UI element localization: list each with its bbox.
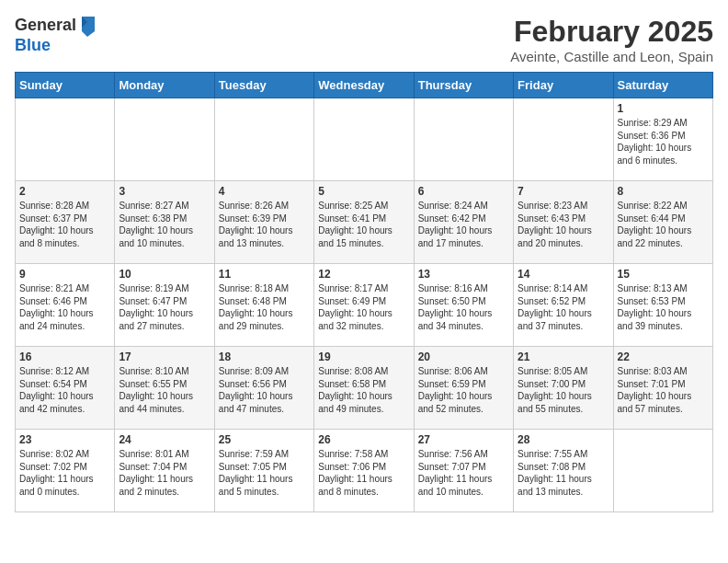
weekday-header-cell: Monday	[115, 73, 214, 98]
day-number: 21	[518, 350, 609, 363]
weekday-header-cell: Friday	[514, 73, 613, 98]
day-number: 9	[19, 268, 110, 281]
logo-general-text: General	[15, 17, 76, 35]
day-number: 1	[618, 102, 709, 115]
day-number: 12	[318, 268, 409, 281]
day-info: Sunrise: 8:27 AM Sunset: 6:38 PM Dayligh…	[119, 200, 210, 249]
day-info: Sunrise: 8:28 AM Sunset: 6:37 PM Dayligh…	[19, 200, 110, 249]
calendar-day-cell	[514, 98, 613, 181]
logo-blue-text: Blue	[15, 37, 97, 55]
day-info: Sunrise: 8:18 AM Sunset: 6:48 PM Dayligh…	[219, 282, 310, 332]
day-info: Sunrise: 8:24 AM Sunset: 6:42 PM Dayligh…	[418, 200, 509, 249]
calendar-day-cell: 18Sunrise: 8:09 AM Sunset: 6:56 PM Dayli…	[214, 347, 313, 430]
day-number: 17	[119, 350, 210, 363]
calendar-table: SundayMondayTuesdayWednesdayThursdayFrid…	[15, 72, 713, 512]
day-info: Sunrise: 8:19 AM Sunset: 6:47 PM Dayligh…	[119, 282, 210, 332]
day-number: 16	[19, 350, 110, 363]
day-number: 15	[618, 268, 709, 281]
calendar-day-cell	[414, 98, 513, 181]
day-info: Sunrise: 8:29 AM Sunset: 6:36 PM Dayligh…	[618, 117, 709, 167]
day-info: Sunrise: 7:59 AM Sunset: 7:05 PM Dayligh…	[219, 448, 310, 498]
calendar-day-cell	[16, 98, 115, 181]
calendar-day-cell: 3Sunrise: 8:27 AM Sunset: 6:38 PM Daylig…	[115, 181, 214, 264]
day-number: 14	[518, 268, 609, 281]
weekday-header-cell: Wednesday	[314, 73, 414, 98]
day-number: 24	[119, 433, 210, 446]
subtitle: Aveinte, Castille and Leon, Spain	[510, 49, 713, 64]
day-number: 19	[318, 350, 409, 363]
day-info: Sunrise: 8:09 AM Sunset: 6:56 PM Dayligh…	[219, 365, 310, 415]
day-info: Sunrise: 8:23 AM Sunset: 6:43 PM Dayligh…	[518, 200, 609, 249]
calendar-day-cell: 21Sunrise: 8:05 AM Sunset: 7:00 PM Dayli…	[514, 347, 613, 430]
calendar-day-cell: 26Sunrise: 7:58 AM Sunset: 7:06 PM Dayli…	[314, 430, 414, 512]
day-number: 3	[119, 185, 210, 198]
calendar-day-cell: 12Sunrise: 8:17 AM Sunset: 6:49 PM Dayli…	[314, 264, 414, 347]
day-info: Sunrise: 7:55 AM Sunset: 7:08 PM Dayligh…	[518, 448, 609, 498]
calendar-day-cell: 14Sunrise: 8:14 AM Sunset: 6:52 PM Dayli…	[514, 264, 613, 347]
day-info: Sunrise: 8:10 AM Sunset: 6:55 PM Dayligh…	[119, 365, 210, 415]
calendar-day-cell	[314, 98, 414, 181]
day-info: Sunrise: 8:14 AM Sunset: 6:52 PM Dayligh…	[518, 282, 609, 332]
calendar-day-cell	[214, 98, 313, 181]
day-info: Sunrise: 8:21 AM Sunset: 6:46 PM Dayligh…	[19, 282, 110, 332]
weekday-header-cell: Saturday	[613, 73, 712, 98]
main-title: February 2025	[510, 15, 713, 49]
calendar-week-row: 23Sunrise: 8:02 AM Sunset: 7:02 PM Dayli…	[16, 430, 713, 512]
calendar-day-cell: 28Sunrise: 7:55 AM Sunset: 7:08 PM Dayli…	[514, 430, 613, 512]
weekday-header-cell: Thursday	[414, 73, 513, 98]
calendar-day-cell: 8Sunrise: 8:22 AM Sunset: 6:44 PM Daylig…	[613, 181, 712, 264]
day-number: 4	[219, 185, 310, 198]
day-number: 18	[219, 350, 310, 363]
calendar-day-cell: 10Sunrise: 8:19 AM Sunset: 6:47 PM Dayli…	[115, 264, 214, 347]
logo-icon	[78, 15, 97, 37]
calendar-day-cell: 6Sunrise: 8:24 AM Sunset: 6:42 PM Daylig…	[414, 181, 513, 264]
calendar-day-cell: 22Sunrise: 8:03 AM Sunset: 7:01 PM Dayli…	[613, 347, 712, 430]
calendar-week-row: 1Sunrise: 8:29 AM Sunset: 6:36 PM Daylig…	[16, 98, 713, 181]
day-number: 11	[219, 268, 310, 281]
calendar-day-cell: 27Sunrise: 7:56 AM Sunset: 7:07 PM Dayli…	[414, 430, 513, 512]
day-number: 28	[518, 433, 609, 446]
calendar-body: 1Sunrise: 8:29 AM Sunset: 6:36 PM Daylig…	[16, 98, 713, 512]
day-info: Sunrise: 8:02 AM Sunset: 7:02 PM Dayligh…	[19, 448, 110, 498]
calendar-day-cell	[115, 98, 214, 181]
day-info: Sunrise: 8:12 AM Sunset: 6:54 PM Dayligh…	[19, 365, 110, 415]
day-number: 20	[418, 350, 509, 363]
calendar-day-cell: 7Sunrise: 8:23 AM Sunset: 6:43 PM Daylig…	[514, 181, 613, 264]
calendar-day-cell: 2Sunrise: 8:28 AM Sunset: 6:37 PM Daylig…	[16, 181, 115, 264]
calendar-day-cell	[613, 430, 712, 512]
day-number: 10	[119, 268, 210, 281]
calendar-day-cell: 25Sunrise: 7:59 AM Sunset: 7:05 PM Dayli…	[214, 430, 313, 512]
calendar-week-row: 2Sunrise: 8:28 AM Sunset: 6:37 PM Daylig…	[16, 181, 713, 264]
calendar-day-cell: 15Sunrise: 8:13 AM Sunset: 6:53 PM Dayli…	[613, 264, 712, 347]
calendar-day-cell: 1Sunrise: 8:29 AM Sunset: 6:36 PM Daylig…	[613, 98, 712, 181]
day-number: 27	[418, 433, 509, 446]
calendar-week-row: 9Sunrise: 8:21 AM Sunset: 6:46 PM Daylig…	[16, 264, 713, 347]
day-number: 6	[418, 185, 509, 198]
logo: General Blue	[15, 15, 97, 55]
page-header: General Blue February 2025 Aveinte, Cast…	[15, 15, 713, 64]
day-number: 23	[19, 433, 110, 446]
day-info: Sunrise: 8:05 AM Sunset: 7:00 PM Dayligh…	[518, 365, 609, 415]
day-number: 5	[318, 185, 409, 198]
calendar-day-cell: 16Sunrise: 8:12 AM Sunset: 6:54 PM Dayli…	[16, 347, 115, 430]
weekday-header-cell: Tuesday	[214, 73, 313, 98]
calendar-day-cell: 23Sunrise: 8:02 AM Sunset: 7:02 PM Dayli…	[16, 430, 115, 512]
calendar-day-cell: 17Sunrise: 8:10 AM Sunset: 6:55 PM Dayli…	[115, 347, 214, 430]
day-info: Sunrise: 8:17 AM Sunset: 6:49 PM Dayligh…	[318, 282, 409, 332]
day-info: Sunrise: 8:25 AM Sunset: 6:41 PM Dayligh…	[318, 200, 409, 249]
calendar-day-cell: 20Sunrise: 8:06 AM Sunset: 6:59 PM Dayli…	[414, 347, 513, 430]
day-number: 26	[318, 433, 409, 446]
day-info: Sunrise: 8:08 AM Sunset: 6:58 PM Dayligh…	[318, 365, 409, 415]
day-number: 8	[618, 185, 709, 198]
day-info: Sunrise: 8:03 AM Sunset: 7:01 PM Dayligh…	[618, 365, 709, 415]
day-number: 2	[19, 185, 110, 198]
day-info: Sunrise: 8:13 AM Sunset: 6:53 PM Dayligh…	[618, 282, 709, 332]
calendar-day-cell: 11Sunrise: 8:18 AM Sunset: 6:48 PM Dayli…	[214, 264, 313, 347]
calendar-day-cell: 19Sunrise: 8:08 AM Sunset: 6:58 PM Dayli…	[314, 347, 414, 430]
calendar-day-cell: 4Sunrise: 8:26 AM Sunset: 6:39 PM Daylig…	[214, 181, 313, 264]
calendar-week-row: 16Sunrise: 8:12 AM Sunset: 6:54 PM Dayli…	[16, 347, 713, 430]
calendar-day-cell: 5Sunrise: 8:25 AM Sunset: 6:41 PM Daylig…	[314, 181, 414, 264]
day-info: Sunrise: 7:58 AM Sunset: 7:06 PM Dayligh…	[318, 448, 409, 498]
calendar-day-cell: 9Sunrise: 8:21 AM Sunset: 6:46 PM Daylig…	[16, 264, 115, 347]
day-info: Sunrise: 8:06 AM Sunset: 6:59 PM Dayligh…	[418, 365, 509, 415]
